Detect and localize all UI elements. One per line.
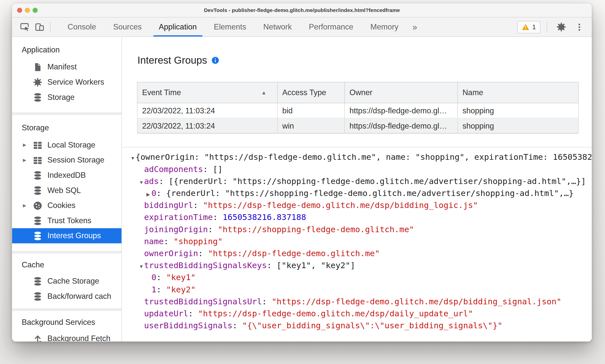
tab-console[interactable]: Console	[59, 17, 104, 36]
tab-performance[interactable]: Performance	[300, 17, 362, 36]
column-header-label: Owner	[349, 88, 372, 97]
file-icon	[33, 62, 42, 71]
tree-key: 0	[151, 188, 156, 198]
sidebar-item-label: Cache Storage	[47, 277, 99, 286]
sidebar-item-cookies[interactable]: ▶Cookies	[12, 198, 121, 213]
sidebar-item-cache-storage[interactable]: Cache Storage	[12, 274, 121, 289]
cell-event-time[interactable]: 22/03/2022, 11:03:24	[137, 103, 278, 118]
window-titlebar[interactable]: DevTools - publisher-fledge-demo.glitch.…	[12, 3, 592, 17]
cell-name[interactable]: shopping	[458, 103, 578, 118]
tree-line-root[interactable]: ▼{ownerOrigin: "https://dsp-fledge-demo.…	[130, 151, 592, 163]
database-icon	[33, 93, 42, 102]
close-window-button[interactable]	[17, 8, 22, 13]
sidebar-section-storage: Storage▶Local Storage▶Session StorageInd…	[12, 115, 121, 251]
tree-line-ownerorigin[interactable]: ownerOrigin: "https://dsp-fledge-demo.gl…	[130, 248, 592, 260]
json-tree: ▼{ownerOrigin: "https://dsp-fledge-demo.…	[122, 148, 592, 332]
more-tabs-icon[interactable]: »	[407, 22, 423, 32]
column-header-owner[interactable]: Owner	[345, 82, 458, 103]
database-icon	[33, 171, 42, 180]
expand-arrow-icon[interactable]: ▶	[23, 203, 33, 208]
tree-line-updateurl[interactable]: updateUrl: "https://dsp-fledge-demo.glit…	[130, 308, 592, 320]
kebab-menu-icon[interactable]	[575, 22, 584, 31]
tree-line-biddingurl[interactable]: biddingUrl: "https://dsp-fledge-demo.gli…	[130, 199, 592, 211]
collapsed-arrow-icon[interactable]: ▶	[146, 188, 151, 199]
column-header-label: Access Type	[282, 88, 326, 97]
sidebar-item-label: Storage	[47, 93, 75, 102]
sidebar-item-label: Background Fetch	[47, 334, 110, 342]
sidebar-item-trust-tokens[interactable]: Trust Tokens	[12, 213, 121, 228]
sidebar-item-label: Service Workers	[47, 78, 104, 87]
sidebar-item-session-storage[interactable]: ▶Session Storage	[12, 153, 121, 168]
tree-line-0[interactable]: ▶0: {renderUrl: "https://shopping-fledge…	[130, 187, 592, 199]
tab-memory[interactable]: Memory	[362, 17, 407, 36]
sidebar-item-service-workers[interactable]: Service Workers	[12, 74, 121, 90]
tree-line-userbiddingsignals[interactable]: userBiddingSignals: "{\"user_bidding_sig…	[130, 320, 592, 332]
tab-sources[interactable]: Sources	[105, 17, 150, 36]
cell-event-time[interactable]: 22/03/2022, 11:03:24	[137, 118, 278, 133]
sidebar-item-local-storage[interactable]: ▶Local Storage	[12, 137, 121, 153]
tree-line-adcomponents[interactable]: adComponents: []	[130, 163, 592, 175]
column-header-access-type[interactable]: Access Type	[278, 82, 345, 103]
interest-groups-table: Event Time▲Access TypeOwnerName 22/03/20…	[137, 82, 579, 134]
tree-line-trustedbiddingsignalsurl[interactable]: trustedBiddingSignalsUrl: "https://dsp-f…	[130, 296, 592, 308]
minimize-window-button[interactable]	[25, 8, 30, 13]
database-icon	[33, 216, 42, 225]
sidebar-item-storage[interactable]: Storage	[12, 90, 121, 105]
table-row[interactable]: 22/03/2022, 11:03:24bidhttps://dsp-fledg…	[137, 103, 579, 118]
tree-line-0[interactable]: 0: "key1"	[130, 272, 592, 284]
sidebar-item-manifest[interactable]: Manifest	[12, 59, 121, 75]
column-header-label: Event Time	[142, 88, 181, 97]
expanded-arrow-icon[interactable]: ▼	[139, 177, 144, 187]
expanded-arrow-icon[interactable]: ▼	[139, 261, 144, 272]
expanded-arrow-icon[interactable]: ▼	[130, 153, 135, 164]
tree-plain: :	[193, 201, 203, 210]
cell-access-type[interactable]: win	[278, 118, 345, 133]
tree-line-ads[interactable]: ▼ads: [{renderUrl: "https://shopping-fle…	[130, 176, 592, 187]
sidebar-item-back-forward-cach[interactable]: Back/forward cach	[12, 289, 121, 304]
toolbar-separator	[50, 22, 51, 32]
panel-tabs: ConsoleSourcesApplicationElementsNetwork…	[59, 17, 407, 36]
tree-line-expirationtime[interactable]: expirationTime: 1650538216.837188	[130, 211, 592, 223]
cell-owner[interactable]: https://dsp-fledge-demo.gl…	[345, 118, 458, 133]
sidebar-item-indexeddb[interactable]: IndexedDB	[12, 168, 121, 183]
inspect-element-icon[interactable]	[20, 22, 30, 32]
tree-plain: {ownerOrigin: "https://dsp-fledge-demo.g…	[136, 153, 592, 162]
tree-line-joiningorigin[interactable]: joiningOrigin: "https://shopping-fledge-…	[130, 223, 592, 235]
sidebar-item-interest-groups[interactable]: Interest Groups	[12, 228, 121, 243]
info-icon[interactable]	[212, 56, 219, 64]
issues-count: 1	[532, 23, 536, 31]
sidebar-item-background-fetch[interactable]: Background Fetch	[12, 331, 121, 342]
expand-arrow-icon[interactable]: ▶	[23, 158, 33, 163]
tree-string: "key2"	[166, 285, 196, 294]
tree-line-1[interactable]: 1: "key2"	[130, 284, 592, 296]
tree-key: ads	[144, 177, 159, 186]
device-toolbar-icon[interactable]	[34, 22, 44, 32]
sidebar-item-label: Session Storage	[47, 156, 104, 165]
tree-string: "https://shopping-fledge-demo.glitch.me"	[218, 225, 414, 234]
tab-elements[interactable]: Elements	[205, 17, 255, 36]
warning-icon	[522, 24, 529, 30]
cell-owner[interactable]: https://dsp-fledge-demo.gl…	[345, 103, 458, 118]
table-header-row: Event Time▲Access TypeOwnerName	[137, 82, 579, 103]
table-row[interactable]: 22/03/2022, 11:03:24winhttps://dsp-fledg…	[137, 118, 579, 133]
column-header-name[interactable]: Name	[458, 82, 578, 103]
issues-badge[interactable]: 1	[517, 21, 541, 33]
zoom-window-button[interactable]	[33, 8, 38, 13]
column-header-event-time[interactable]: Event Time▲	[137, 82, 278, 103]
sidebar-item-label: Interest Groups	[47, 231, 101, 240]
tree-plain: : {renderUrl: "https://shopping-fledge-d…	[156, 188, 574, 198]
settings-gear-icon[interactable]	[557, 22, 566, 32]
tree-line-trustedbiddingsignalskeys[interactable]: ▼trustedBiddingSignalsKeys: ["key1", "ke…	[130, 260, 592, 272]
tree-number: 1650538216.837188	[223, 213, 306, 222]
tab-application[interactable]: Application	[150, 17, 205, 36]
cell-name[interactable]: shopping	[458, 118, 578, 133]
cell-access-type[interactable]: bid	[278, 103, 345, 118]
database-icon	[33, 277, 42, 286]
tab-network[interactable]: Network	[255, 17, 300, 36]
expand-arrow-icon[interactable]: ▶	[23, 143, 33, 148]
sidebar-item-label: Manifest	[47, 62, 77, 71]
tree-line-name[interactable]: name: "shopping"	[130, 236, 592, 248]
report-header: Interest Groups	[137, 53, 592, 67]
tree-plain: :	[208, 225, 218, 234]
sidebar-item-web-sql[interactable]: Web SQL	[12, 183, 121, 198]
